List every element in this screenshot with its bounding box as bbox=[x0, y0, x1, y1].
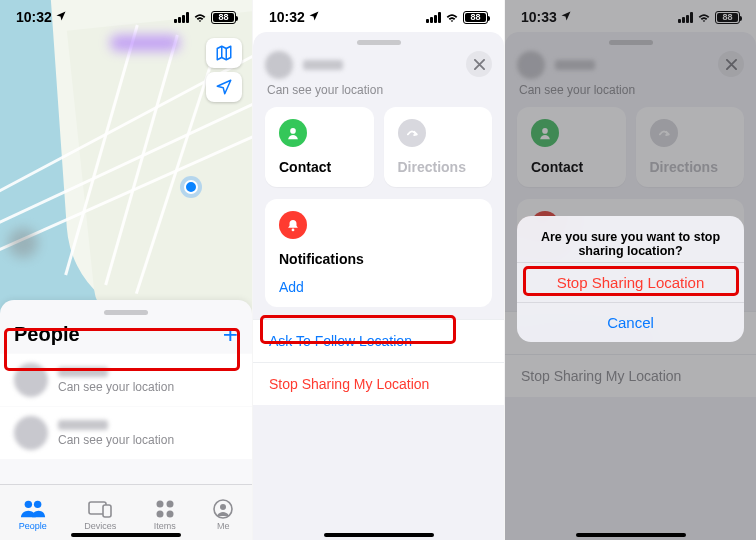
add-person-button[interactable]: + bbox=[223, 321, 238, 347]
dialog-stop-button[interactable]: Stop Sharing Location bbox=[517, 262, 744, 302]
svg-point-11 bbox=[292, 229, 295, 232]
me-icon bbox=[213, 498, 233, 520]
screen-confirm-dialog: 10:33 88 Can see your location Contact D… bbox=[504, 0, 756, 540]
tab-bar: People Devices Items Me bbox=[0, 484, 252, 540]
clock: 10:32 bbox=[16, 9, 52, 25]
items-icon bbox=[155, 498, 175, 520]
avatar bbox=[265, 51, 293, 79]
avatar bbox=[14, 363, 48, 397]
current-location-dot bbox=[184, 180, 198, 194]
svg-point-4 bbox=[156, 501, 163, 508]
locate-me-button[interactable] bbox=[206, 72, 242, 102]
sheet-title: People bbox=[14, 323, 80, 346]
tab-me[interactable]: Me bbox=[213, 494, 233, 531]
close-button[interactable] bbox=[466, 51, 492, 77]
svg-point-0 bbox=[24, 501, 31, 508]
drag-handle[interactable] bbox=[357, 40, 401, 45]
person-status: Can see your location bbox=[58, 433, 174, 447]
people-icon bbox=[20, 498, 46, 520]
dialog-title: Are you sure you want to stop sharing lo… bbox=[517, 216, 744, 262]
share-status: Can see your location bbox=[253, 79, 504, 107]
tab-people[interactable]: People bbox=[19, 494, 47, 531]
location-arrow-icon bbox=[55, 9, 67, 25]
home-indicator[interactable] bbox=[71, 533, 181, 537]
directions-icon bbox=[398, 119, 426, 147]
people-bottom-sheet[interactable]: People + Can see your location Can see y… bbox=[0, 300, 252, 484]
signal-icon bbox=[426, 12, 441, 23]
devices-icon bbox=[88, 498, 112, 520]
person-name-redacted bbox=[58, 367, 108, 377]
svg-rect-3 bbox=[103, 505, 111, 517]
bell-icon bbox=[279, 211, 307, 239]
person-name-redacted bbox=[58, 420, 108, 430]
directions-card[interactable]: Directions bbox=[384, 107, 493, 187]
svg-point-7 bbox=[166, 511, 173, 518]
svg-point-5 bbox=[166, 501, 173, 508]
person-row[interactable]: Can see your location bbox=[0, 406, 252, 459]
avatar bbox=[14, 416, 48, 450]
stop-sharing-button[interactable]: Stop Sharing My Location bbox=[253, 362, 504, 405]
person-status: Can see your location bbox=[58, 380, 174, 394]
map-style-button[interactable] bbox=[206, 38, 242, 68]
person-name-redacted bbox=[303, 60, 343, 70]
add-notification-button[interactable]: Add bbox=[279, 279, 478, 295]
screen-person-detail: 10:32 88 Can see your location Contact bbox=[252, 0, 504, 540]
clock: 10:32 bbox=[269, 9, 305, 25]
home-indicator[interactable] bbox=[576, 533, 686, 537]
battery-icon: 88 bbox=[463, 11, 488, 24]
home-indicator[interactable] bbox=[324, 533, 434, 537]
ask-follow-button[interactable]: Ask To Follow Location bbox=[253, 319, 504, 362]
contact-icon bbox=[279, 119, 307, 147]
contact-card[interactable]: Contact bbox=[265, 107, 374, 187]
svg-point-10 bbox=[290, 128, 296, 134]
location-arrow-icon bbox=[308, 9, 320, 25]
screen-people-list: 10:32 88 People + Can see your location … bbox=[0, 0, 252, 540]
dialog-cancel-button[interactable]: Cancel bbox=[517, 302, 744, 342]
tab-devices[interactable]: Devices bbox=[84, 494, 116, 531]
svg-point-1 bbox=[34, 501, 41, 508]
confirm-dialog: Are you sure you want to stop sharing lo… bbox=[517, 216, 744, 342]
tab-items[interactable]: Items bbox=[154, 494, 176, 531]
person-row[interactable]: Can see your location bbox=[0, 353, 252, 406]
drag-handle[interactable] bbox=[104, 310, 148, 315]
notifications-card: Notifications Add bbox=[265, 199, 492, 307]
svg-point-9 bbox=[220, 504, 226, 510]
wifi-icon bbox=[444, 9, 460, 25]
battery-icon: 88 bbox=[211, 11, 236, 24]
svg-point-6 bbox=[156, 511, 163, 518]
signal-icon bbox=[174, 12, 189, 23]
person-detail-sheet[interactable]: Can see your location Contact Directions… bbox=[253, 32, 504, 540]
wifi-icon bbox=[192, 9, 208, 25]
